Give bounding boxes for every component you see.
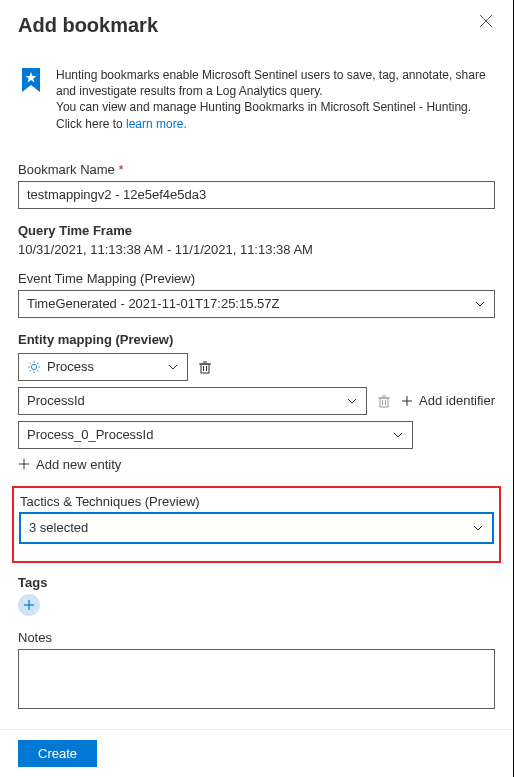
identifier-select[interactable]: ProcessId bbox=[18, 387, 367, 415]
plus-icon bbox=[24, 600, 34, 610]
entity-mapping-label: Entity mapping (Preview) bbox=[18, 332, 495, 347]
tags-label: Tags bbox=[18, 575, 495, 590]
chevron-down-icon bbox=[167, 361, 179, 373]
add-tag-button[interactable] bbox=[18, 594, 40, 616]
value-field-select[interactable]: Process_0_ProcessId bbox=[18, 421, 413, 449]
plus-icon bbox=[401, 395, 413, 407]
chevron-down-icon bbox=[472, 522, 484, 534]
entity-type-select[interactable]: Process bbox=[18, 353, 188, 381]
event-time-mapping-label: Event Time Mapping (Preview) bbox=[18, 271, 495, 286]
tactics-label: Tactics & Techniques (Preview) bbox=[20, 494, 493, 509]
delete-entity-icon[interactable] bbox=[196, 358, 214, 376]
event-time-mapping-select[interactable]: TimeGenerated - 2021-11-01T17:25:15.57Z bbox=[18, 290, 495, 318]
tactics-highlight: Tactics & Techniques (Preview) 3 selecte… bbox=[12, 486, 501, 563]
delete-identifier-icon[interactable] bbox=[375, 392, 393, 410]
close-icon[interactable] bbox=[477, 14, 495, 28]
svg-line-9 bbox=[37, 370, 38, 371]
bookmark-name-label: Bookmark Name * bbox=[18, 162, 495, 177]
query-timeframe-label: Query Time Frame bbox=[18, 223, 495, 238]
svg-line-10 bbox=[30, 370, 31, 371]
chevron-down-icon bbox=[392, 429, 404, 441]
add-new-entity-button[interactable]: Add new entity bbox=[18, 457, 495, 472]
panel-title: Add bookmark bbox=[18, 14, 158, 37]
chevron-down-icon bbox=[474, 298, 486, 310]
bookmark-name-input[interactable] bbox=[18, 181, 495, 209]
notes-label: Notes bbox=[18, 630, 495, 645]
bookmark-icon bbox=[18, 67, 44, 132]
add-identifier-button[interactable]: Add identifier bbox=[401, 393, 495, 408]
learn-more-link[interactable]: learn more. bbox=[126, 117, 187, 131]
tactics-select[interactable]: 3 selected bbox=[20, 513, 493, 543]
gear-icon bbox=[27, 360, 41, 374]
svg-rect-12 bbox=[201, 364, 209, 373]
intro-text: Hunting bookmarks enable Microsoft Senti… bbox=[56, 67, 495, 132]
svg-rect-17 bbox=[380, 398, 388, 407]
plus-icon bbox=[18, 458, 30, 470]
svg-line-11 bbox=[37, 362, 38, 363]
query-timeframe-value: 10/31/2021, 11:13:38 AM - 11/1/2021, 11:… bbox=[18, 242, 495, 257]
chevron-down-icon bbox=[346, 395, 358, 407]
notes-textarea[interactable] bbox=[18, 649, 495, 709]
svg-point-3 bbox=[31, 364, 36, 369]
svg-line-8 bbox=[30, 362, 31, 363]
create-button[interactable]: Create bbox=[18, 740, 97, 767]
